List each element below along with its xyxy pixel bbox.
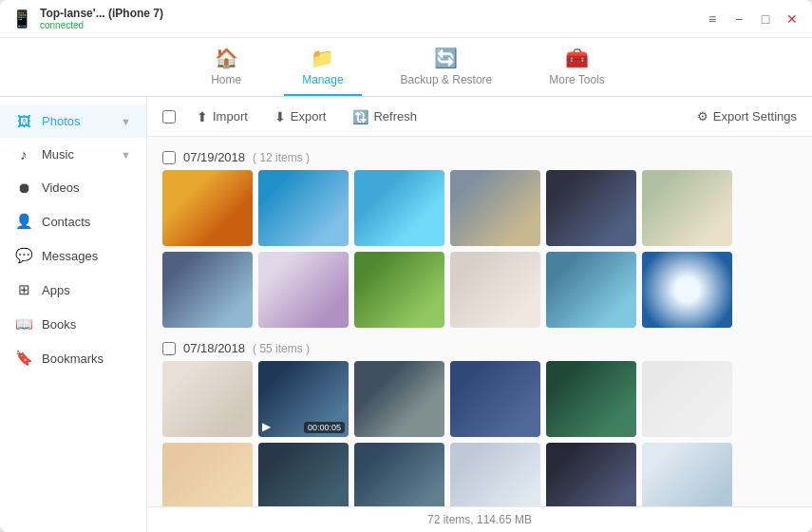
tab-tools[interactable]: 🧰 More Tools	[520, 39, 633, 96]
home-icon: 🏠	[215, 47, 238, 69]
photo-thumb-video[interactable]: ▶ 00:00:05	[258, 361, 349, 437]
photo-thumb[interactable]	[354, 252, 444, 328]
photo-thumb[interactable]	[354, 170, 444, 246]
tab-home[interactable]: 🏠 Home	[179, 39, 274, 96]
sidebar-label-bookmarks: Bookmarks	[42, 352, 131, 366]
export-label: Export	[291, 109, 327, 124]
photo-thumb[interactable]	[162, 361, 253, 437]
import-label: Import	[213, 109, 248, 124]
bookmarks-icon: 🔖	[15, 350, 32, 367]
export-settings-label: Export Settings	[713, 109, 797, 124]
sidebar-item-contacts[interactable]: 👤 Contacts	[0, 204, 146, 238]
contacts-icon: 👤	[15, 213, 32, 230]
sidebar: 🖼 Photos ▼ ♪ Music ▼ ⏺ Videos 👤 Contacts…	[0, 97, 147, 532]
minimize-icon[interactable]: −	[730, 10, 747, 28]
title-bar: 📱 Top-lanse'... (iPhone 7) connected ≡ −…	[0, 0, 812, 38]
messages-icon: 💬	[15, 247, 32, 264]
sidebar-item-books[interactable]: 📖 Books	[0, 307, 146, 341]
import-button[interactable]: ⬆ Import	[191, 106, 254, 127]
photo-thumb[interactable]	[258, 252, 349, 328]
photo-thumb[interactable]	[546, 252, 636, 328]
photo-thumb[interactable]	[642, 361, 732, 437]
import-icon: ⬆	[197, 109, 208, 124]
tools-icon: 🧰	[565, 47, 589, 69]
sidebar-label-contacts: Contacts	[42, 215, 131, 229]
sidebar-item-music[interactable]: ♪ Music ▼	[0, 138, 146, 171]
videos-icon: ⏺	[15, 180, 32, 196]
music-icon: ♪	[15, 146, 32, 162]
app-window: 📱 Top-lanse'... (iPhone 7) connected ≡ −…	[0, 0, 812, 532]
photo-thumb[interactable]	[450, 443, 540, 506]
photos-icon: 🖼	[15, 113, 32, 129]
tabs-bar: 🏠 Home 📁 Manage 🔄 Backup & Restore 🧰 Mor…	[0, 38, 812, 97]
photo-thumb[interactable]	[162, 443, 253, 506]
title-bar-controls: ≡ − □ ✕	[704, 10, 801, 28]
refresh-icon: 🔃	[352, 109, 368, 124]
apps-icon: ⊞	[15, 281, 32, 298]
refresh-label: Refresh	[373, 109, 417, 124]
date-group-1: 07/19/2018 ( 12 items )	[162, 144, 797, 328]
photo-thumb[interactable]	[162, 252, 253, 328]
export-button[interactable]: ⬇ Export	[269, 106, 332, 127]
backup-icon: 🔄	[434, 47, 458, 69]
date-header-1: 07/19/2018 ( 12 items )	[162, 144, 797, 170]
sidebar-item-messages[interactable]: 💬 Messages	[0, 238, 146, 273]
photo-thumb[interactable]	[354, 443, 444, 506]
sidebar-label-books: Books	[42, 317, 131, 332]
video-play-icon: ▶	[262, 420, 271, 433]
maximize-icon[interactable]: □	[757, 10, 774, 28]
device-status: connected	[40, 20, 163, 30]
tab-home-label: Home	[211, 73, 241, 86]
status-text: 72 items, 114.65 MB	[427, 513, 532, 526]
select-all-checkbox[interactable]	[162, 110, 176, 124]
tab-manage[interactable]: 📁 Manage	[274, 39, 371, 96]
group1-checkbox[interactable]	[162, 151, 176, 164]
toolbar: ⬆ Import ⬇ Export 🔃 Refresh ⚙ Export Set…	[147, 97, 812, 137]
photo-thumb[interactable]	[546, 361, 636, 437]
sidebar-item-photos[interactable]: 🖼 Photos ▼	[0, 104, 146, 138]
group2-checkbox[interactable]	[162, 342, 176, 355]
video-duration: 00:00:05	[304, 422, 345, 433]
tab-manage-label: Manage	[302, 73, 343, 86]
tab-backup-label: Backup & Restore	[401, 73, 493, 86]
photo-thumb[interactable]	[450, 252, 540, 328]
manage-icon: 📁	[311, 47, 334, 69]
photo-thumb[interactable]	[450, 170, 540, 246]
content-area: ⬆ Import ⬇ Export 🔃 Refresh ⚙ Export Set…	[147, 97, 812, 532]
date-header-2: 07/18/2018 ( 55 items )	[162, 335, 797, 361]
sidebar-item-bookmarks[interactable]: 🔖 Bookmarks	[0, 341, 146, 375]
sidebar-item-apps[interactable]: ⊞ Apps	[0, 273, 146, 307]
photo-thumb[interactable]	[642, 252, 732, 328]
photo-thumb[interactable]	[258, 170, 349, 246]
settings-gear-icon: ⚙	[697, 109, 708, 124]
phone-icon: 📱	[11, 9, 32, 29]
status-bar: 72 items, 114.65 MB	[147, 506, 812, 532]
sidebar-label-apps: Apps	[42, 283, 131, 297]
photo-thumb[interactable]	[450, 361, 540, 437]
photo-grid-2b	[162, 443, 797, 506]
sidebar-label-videos: Videos	[42, 180, 131, 195]
photo-thumb[interactable]	[642, 443, 732, 506]
photo-thumb[interactable]	[546, 443, 636, 506]
photo-thumb[interactable]	[162, 170, 253, 246]
photo-area[interactable]: 07/19/2018 ( 12 items )	[147, 137, 812, 506]
photo-thumb[interactable]	[354, 361, 444, 437]
photo-thumb[interactable]	[258, 443, 349, 506]
date-label-2: 07/18/2018	[183, 341, 245, 355]
sidebar-label-music: Music	[42, 147, 111, 162]
main-layout: 🖼 Photos ▼ ♪ Music ▼ ⏺ Videos 👤 Contacts…	[0, 97, 812, 532]
menu-icon[interactable]: ≡	[704, 10, 721, 28]
photo-thumb[interactable]	[642, 170, 732, 246]
sidebar-item-videos[interactable]: ⏺ Videos	[0, 171, 146, 204]
close-icon[interactable]: ✕	[784, 10, 801, 28]
refresh-button[interactable]: 🔃 Refresh	[347, 106, 423, 127]
photo-thumb[interactable]	[546, 170, 636, 246]
tab-backup[interactable]: 🔄 Backup & Restore	[372, 39, 521, 96]
export-settings-button[interactable]: ⚙ Export Settings	[697, 109, 797, 124]
photos-arrow-icon: ▼	[121, 116, 131, 127]
sidebar-label-messages: Messages	[42, 249, 131, 263]
title-bar-left: 📱 Top-lanse'... (iPhone 7) connected	[11, 7, 163, 30]
photo-grid-1b	[162, 252, 797, 328]
sidebar-label-photos: Photos	[42, 114, 111, 128]
photo-grid-2a: ▶ 00:00:05	[162, 361, 797, 437]
